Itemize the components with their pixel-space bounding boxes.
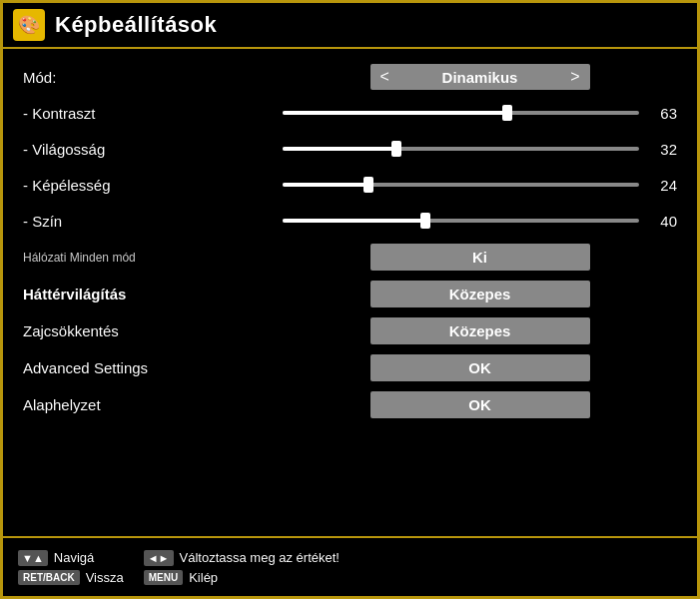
row-label-7: Zajcsökkentés bbox=[23, 322, 283, 339]
settings-row-6: HáttérvilágításKözepes bbox=[23, 276, 677, 312]
mode-prev-icon[interactable]: < bbox=[370, 64, 399, 90]
settings-row-1: - Kontraszt63 bbox=[23, 95, 677, 131]
slider-thumb-1[interactable] bbox=[502, 105, 512, 121]
slider-fill-3 bbox=[283, 183, 368, 187]
row-label-0: Mód: bbox=[23, 69, 283, 86]
back-key: RET/BACK bbox=[18, 570, 80, 585]
slider-thumb-4[interactable] bbox=[420, 213, 430, 229]
navigate-label: Navigá bbox=[54, 550, 94, 565]
footer-bar: ▼▲ Navigá RET/BACK Vissza ◄► Változtassa… bbox=[3, 536, 697, 596]
slider-thumb-2[interactable] bbox=[391, 141, 401, 157]
row-control-9[interactable]: OK bbox=[283, 391, 677, 418]
back-group: RET/BACK Vissza bbox=[18, 570, 124, 585]
settings-content: Mód:<Dinamikus>- Kontraszt63- Világosság… bbox=[3, 49, 697, 536]
slider-row-4[interactable]: 40 bbox=[283, 213, 677, 230]
row-control-1[interactable]: 63 bbox=[283, 105, 677, 122]
nav-arrows-icon: ▼▲ bbox=[18, 550, 48, 566]
settings-row-2: - Világosság32 bbox=[23, 131, 677, 167]
setting-button-8[interactable]: OK bbox=[370, 354, 590, 381]
row-control-5[interactable]: Ki bbox=[283, 244, 677, 271]
row-control-6[interactable]: Közepes bbox=[283, 281, 677, 307]
slider-fill-4 bbox=[283, 219, 425, 223]
slider-track-1[interactable] bbox=[283, 111, 639, 115]
footer-left: ▼▲ Navigá RET/BACK Vissza bbox=[18, 550, 124, 585]
slider-value-4: 40 bbox=[647, 213, 677, 230]
settings-row-9: AlaphelyzetOK bbox=[23, 386, 677, 423]
setting-button-9[interactable]: OK bbox=[370, 391, 590, 418]
setting-button-5[interactable]: Ki bbox=[370, 244, 590, 271]
setting-button-6[interactable]: Közepes bbox=[370, 281, 590, 307]
slider-value-3: 24 bbox=[647, 177, 677, 194]
settings-row-0: Mód:<Dinamikus> bbox=[23, 59, 677, 95]
mode-selector[interactable]: <Dinamikus> bbox=[370, 64, 590, 90]
slider-fill-2 bbox=[283, 147, 396, 151]
back-label: Vissza bbox=[86, 570, 124, 585]
row-control-7[interactable]: Közepes bbox=[283, 317, 677, 344]
menu-label: Kilép bbox=[189, 570, 218, 585]
main-container: 🎨 Képbeállítások Mód:<Dinamikus>- Kontra… bbox=[0, 0, 700, 599]
slider-row-3[interactable]: 24 bbox=[283, 177, 677, 194]
footer-right: ◄► Változtassa meg az értéket! MENU Kilé… bbox=[144, 550, 340, 585]
row-label-3: - Képélesség bbox=[23, 177, 283, 194]
title-icon: 🎨 bbox=[13, 9, 45, 41]
menu-group: MENU Kilép bbox=[144, 570, 340, 585]
title-bar: 🎨 Képbeállítások bbox=[3, 3, 697, 49]
settings-row-3: - Képélesség24 bbox=[23, 167, 677, 203]
row-label-1: - Kontraszt bbox=[23, 105, 283, 122]
slider-value-2: 32 bbox=[647, 141, 677, 158]
row-label-6: Háttérvilágítás bbox=[23, 286, 283, 302]
slider-row-2[interactable]: 32 bbox=[283, 141, 677, 158]
row-label-8: Advanced Settings bbox=[23, 359, 283, 376]
slider-value-1: 63 bbox=[647, 105, 677, 122]
navigate-group: ▼▲ Navigá bbox=[18, 550, 124, 566]
slider-track-4[interactable] bbox=[283, 219, 639, 223]
row-control-4[interactable]: 40 bbox=[283, 213, 677, 230]
change-value-label: Változtassa meg az értéket! bbox=[180, 550, 340, 565]
change-value-group: ◄► Változtassa meg az értéket! bbox=[144, 550, 340, 566]
settings-row-5: Hálózati Minden módKi bbox=[23, 239, 677, 276]
lr-arrows-icon: ◄► bbox=[144, 550, 174, 566]
settings-row-8: Advanced SettingsOK bbox=[23, 349, 677, 386]
slider-fill-1 bbox=[283, 111, 507, 115]
row-label-9: Alaphelyzet bbox=[23, 396, 283, 413]
row-control-3[interactable]: 24 bbox=[283, 177, 677, 194]
row-label-4: - Szín bbox=[23, 213, 283, 230]
settings-row-4: - Szín40 bbox=[23, 203, 677, 239]
row-label-5: Hálózati Minden mód bbox=[23, 251, 283, 265]
slider-track-2[interactable] bbox=[283, 147, 639, 151]
settings-row-7: ZajcsökkentésKözepes bbox=[23, 312, 677, 349]
menu-key: MENU bbox=[144, 570, 183, 585]
mode-value: Dinamikus bbox=[399, 69, 560, 86]
row-control-0[interactable]: <Dinamikus> bbox=[283, 64, 677, 90]
row-control-8[interactable]: OK bbox=[283, 354, 677, 381]
setting-button-7[interactable]: Közepes bbox=[370, 317, 590, 344]
row-label-2: - Világosság bbox=[23, 141, 283, 158]
row-control-2[interactable]: 32 bbox=[283, 141, 677, 158]
mode-next-icon[interactable]: > bbox=[560, 64, 589, 90]
slider-row-1[interactable]: 63 bbox=[283, 105, 677, 122]
page-title: Képbeállítások bbox=[55, 12, 217, 38]
slider-track-3[interactable] bbox=[283, 183, 639, 187]
slider-thumb-3[interactable] bbox=[363, 177, 373, 193]
